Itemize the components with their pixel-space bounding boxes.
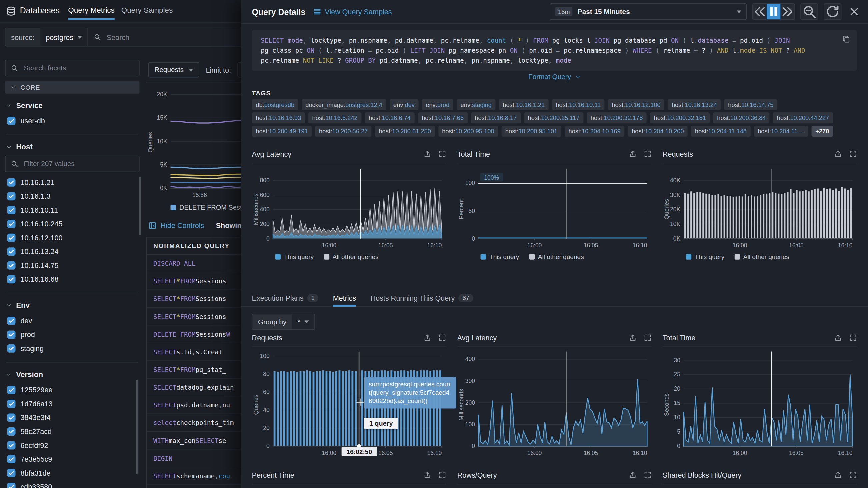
facet-value-row[interactable]: 10.16.1.21: [5, 175, 140, 189]
tab-metrics[interactable]: Metrics: [333, 287, 356, 304]
pause-button[interactable]: [767, 4, 781, 19]
tag-pill[interactable]: host:10.16.6.74: [365, 112, 414, 123]
checkbox-checked[interactable]: [7, 400, 16, 408]
host-list-scrollbar[interactable]: [139, 177, 141, 235]
checkbox-checked[interactable]: [7, 261, 16, 270]
tab-execution-plans[interactable]: Execution Plans 1: [252, 287, 319, 304]
facet-value-row[interactable]: 6ecfdf92: [5, 438, 140, 452]
forward-button[interactable]: [781, 4, 795, 19]
legend-item[interactable]: All other queries: [734, 254, 789, 260]
facet-section-env[interactable]: Env: [6, 301, 138, 309]
copy-icon[interactable]: [842, 35, 850, 43]
checkbox-checked[interactable]: [7, 117, 16, 125]
sidebar-scrollbar[interactable]: [136, 380, 139, 474]
expand-icon[interactable]: [644, 471, 651, 479]
checkbox-checked[interactable]: [7, 317, 16, 325]
host-filter-box[interactable]: [5, 156, 140, 172]
legend-item[interactable]: All other queries: [529, 254, 584, 260]
expand-icon[interactable]: [438, 334, 446, 341]
expand-icon[interactable]: [438, 471, 446, 479]
expand-icon[interactable]: [644, 150, 651, 158]
facet-value-row[interactable]: staging: [5, 342, 140, 356]
tag-pill[interactable]: host:10.204.10.200: [628, 126, 688, 137]
tag-pill[interactable]: db:postgresdb: [252, 99, 298, 110]
checkbox-checked[interactable]: [7, 455, 16, 463]
facet-section-host[interactable]: Host: [6, 143, 138, 151]
host-filter-input[interactable]: [23, 159, 134, 168]
checkbox-checked[interactable]: [7, 386, 16, 394]
export-icon[interactable]: [834, 471, 842, 479]
tag-pill[interactable]: host:10.200.95.100: [438, 126, 498, 137]
facet-value-row[interactable]: 10.16.10.245: [5, 217, 140, 231]
tag-pill[interactable]: host:10.16.8.17: [471, 112, 521, 123]
facet-search-input[interactable]: [23, 64, 134, 73]
legend-item[interactable]: This query: [480, 254, 519, 260]
tag-pill[interactable]: host:10.204.10.169: [565, 126, 625, 137]
time-range-select[interactable]: 15m Past 15 Minutes: [550, 3, 747, 20]
facet-search-box[interactable]: [5, 60, 140, 76]
tag-pill[interactable]: host:10.200.32.181: [650, 112, 710, 123]
tag-pill[interactable]: host:10.16.12.100: [608, 99, 665, 110]
chart-legend[interactable]: This queryAll other queries: [252, 254, 446, 260]
tab-hosts-running[interactable]: Hosts Running This Query 87: [370, 287, 473, 304]
checkbox-checked[interactable]: [7, 178, 16, 187]
facet-value-row[interactable]: dev: [5, 314, 140, 328]
checkbox-checked[interactable]: [7, 441, 16, 450]
close-icon[interactable]: [849, 7, 859, 17]
facet-value-row[interactable]: 8bfa31de: [5, 466, 140, 480]
checkbox-checked[interactable]: [7, 483, 16, 488]
tag-pill[interactable]: host:10.200.36.84: [713, 112, 770, 123]
tag-pill[interactable]: host:10.16.5.242: [308, 112, 361, 123]
export-icon[interactable]: [834, 334, 842, 341]
tag-pill[interactable]: host:10.16.1.21: [499, 99, 549, 110]
facet-value-row[interactable]: 10.16.10.11: [5, 203, 140, 217]
export-icon[interactable]: [629, 471, 637, 479]
tag-overflow-pill[interactable]: +270: [812, 126, 833, 137]
legend-item[interactable]: This query: [275, 254, 314, 260]
zoom-out-button[interactable]: [800, 3, 818, 20]
tag-pill[interactable]: host:10.200.95.101: [501, 126, 561, 137]
tag-pill[interactable]: host:10.200.32.178: [587, 112, 647, 123]
facet-value-row[interactable]: cdb33580: [5, 480, 140, 488]
checkbox-checked[interactable]: [7, 247, 16, 256]
tag-pill[interactable]: host:10.200.61.250: [375, 126, 435, 137]
facet-value-row[interactable]: 10.16.12.100: [5, 231, 140, 245]
tag-pill[interactable]: env:staging: [457, 99, 496, 110]
rewind-button[interactable]: [753, 4, 767, 19]
chart-legend[interactable]: This queryAll other queries: [663, 254, 857, 260]
facet-group-core[interactable]: CORE: [5, 81, 140, 94]
facet-value-row[interactable]: user-db: [5, 114, 140, 128]
tag-pill[interactable]: host:10.16.16.93: [252, 112, 305, 123]
checkbox-checked[interactable]: [7, 427, 16, 436]
export-icon[interactable]: [423, 471, 431, 479]
checkbox-checked[interactable]: [7, 220, 16, 228]
facet-value-row[interactable]: 7e3e55c9: [5, 452, 140, 466]
facet-value-row[interactable]: prod: [5, 328, 140, 342]
tag-pill[interactable]: host:10.200.25.117: [524, 112, 583, 123]
facet-value-row[interactable]: 58c27acd: [5, 425, 140, 439]
checkbox-checked[interactable]: [7, 469, 16, 477]
tab-query-metrics[interactable]: Query Metrics: [68, 6, 115, 14]
facet-value-row[interactable]: 10.16.13.24: [5, 245, 140, 259]
facet-section-service[interactable]: Service: [6, 101, 138, 110]
facet-value-row[interactable]: 10.16.1.3: [5, 189, 140, 203]
refresh-button[interactable]: [824, 3, 841, 20]
chart-legend[interactable]: This queryAll other queries: [457, 254, 652, 260]
tag-pill[interactable]: docker_image:postgres:12.4: [302, 99, 386, 110]
metric-select[interactable]: Requests: [148, 62, 199, 77]
tag-pill[interactable]: env:dev: [389, 99, 418, 110]
tag-pill[interactable]: host:10.200.56.27: [315, 126, 372, 137]
expand-icon[interactable]: [438, 150, 446, 158]
export-icon[interactable]: [834, 150, 842, 158]
tag-pill[interactable]: host:10.200.49.191: [252, 126, 312, 137]
expand-icon[interactable]: [644, 334, 651, 341]
export-icon[interactable]: [423, 334, 431, 341]
group-by-select[interactable]: *: [292, 314, 315, 329]
facet-value-row[interactable]: 10.16.16.68: [5, 272, 140, 286]
tag-pill[interactable]: host:10.16.7.65: [418, 112, 468, 123]
checkbox-checked[interactable]: [7, 414, 16, 422]
checkbox-checked[interactable]: [7, 344, 16, 353]
legend-item[interactable]: All other queries: [324, 254, 379, 260]
source-select[interactable]: postgres: [40, 28, 88, 46]
tag-pill[interactable]: host:10.16.10.11: [552, 99, 604, 110]
